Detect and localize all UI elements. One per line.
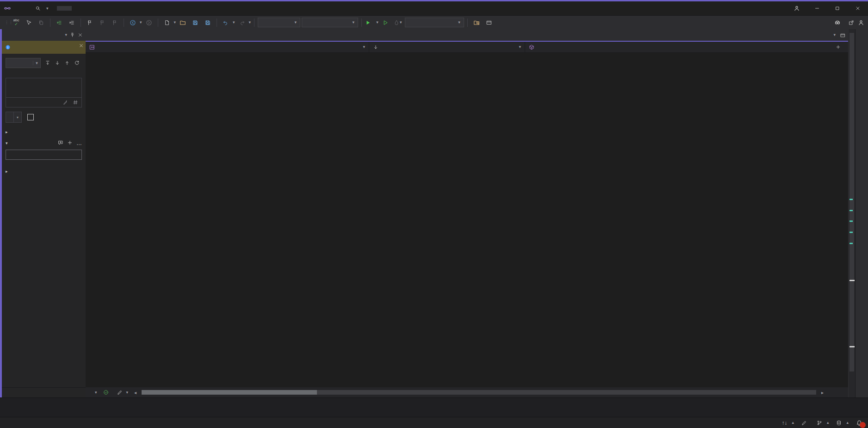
pencil-icon	[801, 420, 807, 426]
project-dropdown[interactable]: ▾	[86, 42, 369, 52]
format-outdent-button[interactable]	[66, 18, 77, 28]
editor-statusbar: ▾ ▾ ◂ ▸	[86, 387, 848, 397]
check-circle-icon	[103, 390, 109, 395]
toggle-bookmark-button[interactable]	[84, 18, 95, 28]
chevron-down-icon[interactable]: ▾	[13, 112, 21, 122]
titlebar: ▾	[0, 1, 868, 15]
chevron-down-icon[interactable]: ▾	[174, 20, 176, 25]
redo-button[interactable]	[236, 18, 248, 28]
document-list-dropdown-icon[interactable]: ▾	[833, 33, 836, 38]
amend-checkbox[interactable]	[27, 114, 34, 120]
code-editor[interactable]	[86, 53, 848, 387]
notifications-widget[interactable]	[856, 420, 862, 426]
new-file-button[interactable]	[161, 18, 173, 28]
save-all-button[interactable]	[202, 18, 213, 28]
chevron-down-icon: ▾	[519, 45, 521, 49]
scrollbar-mark	[849, 280, 855, 281]
caret-up-icon: ▴	[827, 421, 829, 425]
prev-bookmark-button[interactable]	[97, 18, 108, 28]
stash-section[interactable]: ▸	[2, 166, 86, 176]
format-indent-button[interactable]	[54, 18, 65, 28]
spell-check-button[interactable]: abc✓	[11, 18, 22, 28]
attach-process-button[interactable]	[471, 18, 482, 28]
stage-all-plus-icon[interactable]	[67, 140, 73, 146]
code-cleanup-button[interactable]: ▾	[115, 390, 130, 395]
toolbar-separator	[50, 19, 50, 27]
chevron-down-icon[interactable]: ▾	[65, 33, 67, 37]
git-panel-header[interactable]: ▾	[2, 29, 86, 41]
vs-window: ▾ ⋮⋮ abc✓ ▾ ▾ ▾	[0, 0, 868, 428]
output-panel-title	[5, 399, 863, 406]
more-actions-icon[interactable]: …	[76, 140, 82, 146]
ahead-behind-widget[interactable]: ↑↓ ▴	[782, 420, 794, 426]
tabstrip-actions: ▾	[833, 33, 845, 38]
copilot-icon[interactable]	[834, 19, 841, 26]
changes-section[interactable]: ▾ …	[2, 137, 86, 149]
pull-icon[interactable]	[55, 60, 60, 66]
maximize-button[interactable]	[827, 1, 848, 15]
issue-hash-icon[interactable]	[73, 100, 78, 105]
ai-message-icon[interactable]	[62, 100, 68, 105]
commit-message-input[interactable]	[6, 78, 81, 97]
chevron-down-icon[interactable]: ▾	[140, 20, 142, 25]
sync-icon[interactable]	[74, 60, 80, 66]
message-footer	[6, 97, 81, 107]
commit-all-button[interactable]: ▾	[6, 112, 22, 123]
window-layout-button[interactable]	[484, 18, 495, 28]
auto-combo[interactable]: ▾	[405, 18, 464, 27]
undo-button[interactable]	[220, 18, 231, 28]
chevron-down-icon: ▾	[46, 6, 49, 11]
related-items-section[interactable]: ▸	[2, 127, 86, 137]
popout-icon[interactable]	[849, 20, 854, 25]
chevron-down-icon: ▾	[363, 45, 365, 49]
configuration-combo[interactable]: ▾	[258, 18, 300, 27]
toolbar-separator	[124, 19, 124, 27]
scrollbar-thumb[interactable]	[849, 33, 854, 371]
navigate-cursor-button[interactable]	[23, 18, 34, 28]
right-tool-strip	[855, 29, 868, 397]
close-window-button[interactable]	[848, 1, 868, 15]
repo-widget[interactable]: ▴	[836, 420, 849, 426]
minimize-button[interactable]	[807, 1, 827, 15]
profiler-button[interactable]: ▾	[392, 18, 403, 28]
comment-plus-icon[interactable]	[58, 140, 63, 146]
search-control[interactable]: ▾	[35, 6, 49, 11]
feedback-person-icon[interactable]	[858, 19, 864, 26]
next-bookmark-button[interactable]	[109, 18, 120, 28]
branch-selector[interactable]: ▾	[6, 58, 41, 68]
split-editor-icon[interactable]	[832, 44, 844, 50]
chevron-down-icon[interactable]: ▾	[249, 20, 251, 25]
horizontal-scrollbar[interactable]	[142, 390, 816, 395]
scroll-right-arrow[interactable]: ▸	[821, 390, 824, 395]
pin-icon[interactable]	[70, 32, 75, 38]
branch-widget[interactable]: ▴	[817, 420, 829, 426]
zoom-selector[interactable]: ▾	[89, 390, 99, 395]
type-dropdown[interactable]: ▾	[369, 42, 525, 52]
navigate-forward-button[interactable]	[143, 18, 155, 28]
chevron-down-icon[interactable]: ▾	[233, 20, 235, 25]
account-icon[interactable]	[787, 1, 807, 15]
code-health-indicator[interactable]	[103, 390, 111, 395]
float-window-icon[interactable]	[840, 33, 845, 38]
output-panel	[0, 397, 868, 417]
push-icon[interactable]	[64, 60, 70, 66]
vertical-scrollbar[interactable]	[848, 29, 855, 397]
close-icon[interactable]	[78, 32, 83, 38]
commit-message-box	[6, 78, 82, 107]
banner-close-icon[interactable]	[79, 43, 84, 48]
start-debug-button[interactable]: ▾	[365, 18, 378, 28]
scrollbar-thumb[interactable]	[142, 390, 317, 395]
platform-combo[interactable]: ▾	[302, 18, 358, 27]
member-dropdown[interactable]	[525, 42, 848, 52]
copy-button[interactable]	[36, 18, 47, 28]
navigate-back-button[interactable]	[127, 18, 138, 28]
start-without-debug-button[interactable]	[380, 18, 391, 28]
open-folder-button[interactable]	[177, 18, 188, 28]
toolbar-grip[interactable]: ⋮⋮	[5, 21, 8, 24]
fetch-icon[interactable]	[45, 60, 50, 66]
pending-edits-widget[interactable]	[801, 420, 809, 426]
scroll-left-arrow[interactable]: ◂	[134, 390, 136, 395]
changes-filter-input[interactable]	[6, 150, 82, 160]
toolbar-separator	[81, 19, 81, 27]
save-button[interactable]	[190, 18, 201, 28]
